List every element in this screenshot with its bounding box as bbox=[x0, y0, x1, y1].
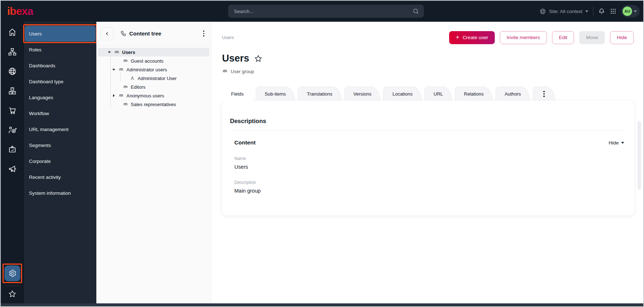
chevron-down-icon bbox=[634, 10, 637, 12]
tab-fields[interactable]: Fields bbox=[222, 87, 253, 101]
edit-button[interactable]: Edit bbox=[552, 31, 574, 44]
site-globe-icon[interactable] bbox=[7, 66, 17, 76]
sidebar-item-label: Users bbox=[29, 31, 42, 37]
tree-item-label: Administrator User bbox=[138, 76, 177, 81]
sidebar-item-label: Languages bbox=[29, 95, 53, 100]
bottom-strip bbox=[1, 303, 643, 306]
content-type-row: User group bbox=[222, 68, 634, 74]
divider bbox=[230, 130, 626, 131]
breadcrumb[interactable]: Users bbox=[222, 35, 234, 40]
user-menu[interactable]: AU bbox=[621, 5, 640, 17]
field-group-title: Content bbox=[234, 139, 256, 146]
action-buttons: + Create user Invite members Edit Move H… bbox=[449, 31, 634, 44]
sidebar-item-label: Roles bbox=[29, 47, 42, 52]
move-button: Move bbox=[579, 31, 605, 44]
sidebar-item-label: System information bbox=[29, 190, 71, 196]
sidebar-item-recent-activity[interactable]: Recent activity bbox=[24, 169, 96, 185]
sidebar-item-dashboard-type[interactable]: Dashboard type bbox=[24, 73, 96, 89]
content-tree-title: Content tree bbox=[129, 30, 161, 37]
tab-locations[interactable]: Locations bbox=[383, 87, 422, 101]
sidebar-item-label: Segments bbox=[29, 143, 51, 148]
sidebar-item-label: URL management bbox=[29, 127, 68, 132]
audience-target-icon[interactable] bbox=[7, 125, 17, 135]
collapse-label: Hide bbox=[609, 140, 619, 146]
tab-relations[interactable]: Relations bbox=[455, 87, 493, 101]
tree-item-sales-representatives[interactable]: Sales representatives bbox=[96, 100, 211, 109]
sidebar-item-corporate[interactable]: Corporate bbox=[24, 153, 96, 169]
bookmark-star-icon[interactable] bbox=[254, 54, 263, 63]
create-user-label: Create user bbox=[463, 35, 488, 40]
settings-gear-button[interactable] bbox=[4, 265, 20, 281]
notifications-bell-icon[interactable] bbox=[598, 8, 605, 15]
icon-rail bbox=[1, 22, 24, 303]
sidebar-item-label: Dashboard type bbox=[29, 79, 63, 84]
field-label: Description bbox=[234, 180, 626, 185]
content-tree-body: Users Guest accounts bbox=[96, 46, 211, 109]
sidebar-item-roles[interactable]: Roles bbox=[24, 42, 96, 58]
caret-down-icon[interactable] bbox=[112, 69, 116, 71]
user-group-icon bbox=[123, 58, 128, 64]
user-group-icon bbox=[123, 102, 128, 107]
tree-options-kebab-icon[interactable] bbox=[203, 30, 205, 37]
bookmarks-star-icon[interactable] bbox=[8, 290, 17, 298]
collapse-group-toggle[interactable]: Hide bbox=[609, 140, 624, 146]
sidebar-item-languages[interactable]: Languages bbox=[24, 89, 96, 105]
create-user-button[interactable]: + Create user bbox=[449, 31, 494, 44]
sidebar-item-segments[interactable]: Segments bbox=[24, 137, 96, 153]
topbar: ibexa Site: All context bbox=[1, 1, 643, 22]
caret-right-icon[interactable] bbox=[112, 94, 116, 97]
field-label: Name bbox=[234, 156, 626, 161]
sidebar-item-url-management[interactable]: URL management bbox=[24, 121, 96, 137]
tree-item-label: Editors bbox=[131, 84, 145, 90]
avatar: AU bbox=[623, 7, 632, 16]
tree-item-administrator-user[interactable]: Administrator User bbox=[96, 74, 211, 83]
hide-button[interactable]: Hide bbox=[610, 31, 634, 44]
user-group-icon bbox=[118, 93, 124, 98]
search-input[interactable] bbox=[228, 5, 424, 18]
tree-item-guest-accounts[interactable]: Guest accounts bbox=[96, 56, 211, 65]
rail-divider bbox=[5, 286, 19, 286]
tab-sub-items[interactable]: Sub-items bbox=[256, 87, 295, 101]
tree-item-anonymous-users[interactable]: Anonymous users bbox=[96, 91, 211, 100]
search-icon[interactable] bbox=[412, 8, 419, 15]
tab-url[interactable]: URL bbox=[425, 87, 452, 101]
tree-item-administrator-users[interactable]: Administrator users bbox=[96, 65, 211, 74]
packages-icon[interactable] bbox=[7, 86, 17, 96]
user-group-icon bbox=[222, 68, 228, 74]
tab-authors[interactable]: Authors bbox=[495, 87, 530, 101]
caret-down-icon[interactable] bbox=[107, 51, 112, 53]
sitemap-icon[interactable] bbox=[7, 47, 17, 57]
section-title: Descriptions bbox=[230, 118, 626, 125]
tab-translations[interactable]: Translations bbox=[298, 87, 341, 101]
sidebar-item-system-information[interactable]: System information bbox=[24, 185, 96, 201]
sidebar-item-dashboards[interactable]: Dashboards bbox=[24, 58, 96, 73]
tree-item-label: Guest accounts bbox=[131, 58, 163, 64]
chevron-down-icon bbox=[585, 10, 588, 12]
user-group-icon bbox=[118, 67, 124, 72]
content-tree-header: Content tree bbox=[96, 22, 211, 46]
site-context-label: Site: All context bbox=[549, 9, 582, 14]
scrollbar-thumb[interactable] bbox=[637, 121, 641, 190]
ibexa-logo[interactable]: ibexa bbox=[7, 5, 33, 17]
home-icon[interactable] bbox=[7, 27, 17, 37]
invite-members-button[interactable]: Invite members bbox=[500, 31, 547, 44]
content-tree-icon bbox=[120, 30, 126, 37]
tree-item-editors[interactable]: Editors bbox=[96, 83, 211, 91]
collapse-panel-button[interactable] bbox=[101, 27, 114, 40]
sidebar-item-users[interactable]: Users bbox=[25, 26, 96, 42]
user-group-icon bbox=[123, 84, 128, 90]
sidebar-item-label: Dashboards bbox=[29, 63, 55, 68]
tab-versions[interactable]: Versions bbox=[344, 87, 381, 101]
app-grid-icon[interactable] bbox=[610, 8, 616, 14]
id-badge-icon[interactable] bbox=[7, 144, 17, 155]
user-group-icon bbox=[114, 50, 120, 55]
tab-more-kebab-icon[interactable] bbox=[533, 87, 555, 101]
tree-item-users[interactable]: Users bbox=[98, 48, 209, 56]
commerce-cart-icon[interactable] bbox=[7, 105, 17, 115]
field-value: Main group bbox=[234, 188, 626, 194]
megaphone-icon[interactable] bbox=[7, 164, 17, 174]
site-context-selector[interactable]: Site: All context bbox=[539, 8, 588, 15]
sidebar-item-label: Corporate bbox=[29, 159, 51, 164]
sidebar-item-workflow[interactable]: Workflow bbox=[24, 105, 96, 121]
globe-icon bbox=[539, 8, 546, 15]
